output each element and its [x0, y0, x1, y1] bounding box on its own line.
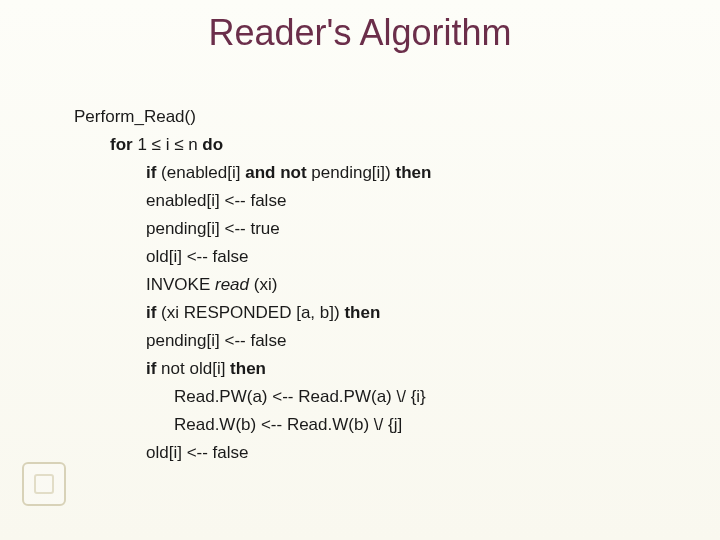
- algorithm-body: Perform_Read() for 1 ≤ i ≤ n do if (enab…: [74, 108, 680, 472]
- code-text: not old[i]: [156, 359, 230, 378]
- code-line: INVOKE read (xi): [74, 276, 680, 293]
- decorative-square-inner-icon: [34, 474, 54, 494]
- code-text: pending[i]): [307, 163, 396, 182]
- slide-title: Reader's Algorithm: [0, 12, 720, 54]
- keyword-then: then: [395, 163, 431, 182]
- keyword-if: if: [146, 163, 156, 182]
- code-line: if not old[i] then: [74, 360, 680, 377]
- slide: Reader's Algorithm Perform_Read() for 1 …: [0, 0, 720, 540]
- code-line: enabled[i] <-- false: [74, 192, 680, 209]
- code-line: pending[i] <-- false: [74, 332, 680, 349]
- keyword-then: then: [230, 359, 266, 378]
- code-line: Read.W(b) <-- Read.W(b) \/ {j]: [74, 416, 680, 433]
- keyword-if: if: [146, 359, 156, 378]
- keyword-and-not: and not: [245, 163, 306, 182]
- code-line: if (xi RESPONDED [a, b]) then: [74, 304, 680, 321]
- code-text-italic: read: [215, 275, 249, 294]
- code-line: Perform_Read(): [74, 108, 680, 125]
- code-text: (enabled[i]: [156, 163, 245, 182]
- code-line: pending[i] <-- true: [74, 220, 680, 237]
- code-text: 1 ≤ i ≤ n: [133, 135, 203, 154]
- decorative-square-icon: [22, 462, 66, 506]
- code-line: old[i] <-- false: [74, 444, 680, 461]
- code-line: Read.PW(a) <-- Read.PW(a) \/ {i}: [74, 388, 680, 405]
- keyword-then: then: [344, 303, 380, 322]
- code-line: for 1 ≤ i ≤ n do: [74, 136, 680, 153]
- keyword-for: for: [110, 135, 133, 154]
- keyword-if: if: [146, 303, 156, 322]
- code-text: (xi RESPONDED [a, b]): [156, 303, 344, 322]
- code-text: INVOKE: [146, 275, 215, 294]
- code-text: (xi): [249, 275, 277, 294]
- keyword-do: do: [202, 135, 223, 154]
- code-line: old[i] <-- false: [74, 248, 680, 265]
- code-line: if (enabled[i] and not pending[i]) then: [74, 164, 680, 181]
